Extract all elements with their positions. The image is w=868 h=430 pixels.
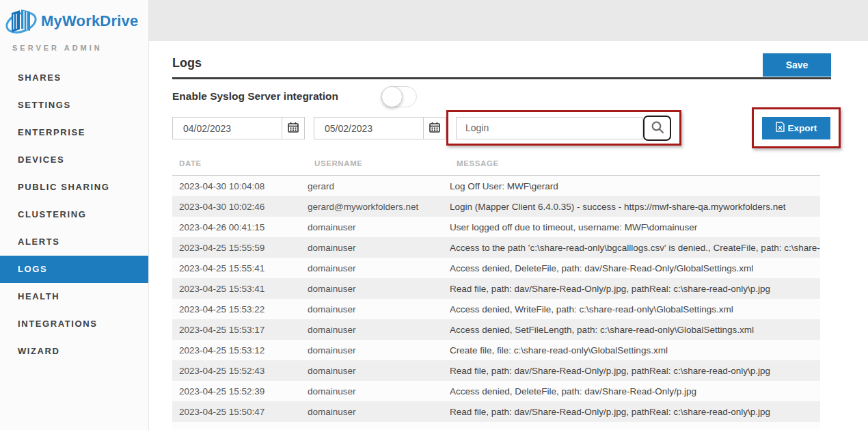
cell-username: domainuser bbox=[308, 366, 450, 376]
cell-username: domainuser bbox=[308, 325, 450, 335]
export-label: Export bbox=[788, 123, 817, 133]
sidebar-item-enterprise[interactable]: ENTERPRISE bbox=[0, 119, 148, 146]
cell-date: 2023-04-26 00:41:15 bbox=[172, 222, 308, 232]
cell-date: 2023-04-25 15:55:59 bbox=[172, 243, 308, 253]
calendar-icon bbox=[429, 122, 440, 135]
cell-username: gerard bbox=[308, 181, 450, 191]
cell-username: domainuser bbox=[308, 386, 450, 397]
sidebar-item-devices[interactable]: DEVICES bbox=[0, 146, 148, 174]
header-divider bbox=[172, 77, 831, 79]
export-annotation-box: Export bbox=[752, 107, 841, 148]
cell-message: Log Off User: MWF\gerard bbox=[450, 181, 820, 191]
sidebar-nav: SHARESSETTINGSENTERPRISEDEVICESPUBLIC SH… bbox=[0, 64, 148, 365]
export-button[interactable]: Export bbox=[762, 117, 830, 139]
brand-subtitle: SERVER ADMIN bbox=[12, 44, 148, 52]
search-button[interactable] bbox=[643, 116, 671, 141]
cell-username: gerard@myworkfolders.net bbox=[308, 202, 450, 212]
cell-date: 2023-04-25 15:53:12 bbox=[172, 345, 308, 355]
syslog-toggle[interactable] bbox=[381, 86, 417, 107]
cell-message: User logged off due to timeout, username… bbox=[450, 222, 820, 232]
table-row-partial bbox=[172, 422, 820, 430]
search-input[interactable] bbox=[456, 117, 642, 139]
myworkdrive-logo-icon bbox=[4, 4, 38, 42]
search-icon bbox=[651, 120, 664, 136]
cell-date: 2023-04-25 15:53:17 bbox=[172, 325, 308, 335]
save-button[interactable]: Save bbox=[763, 53, 831, 77]
cell-message: Access denied, SetFileLength, path: c:\s… bbox=[450, 325, 820, 335]
cell-message: Access denied, WriteFile, path: c:\share… bbox=[450, 304, 820, 314]
cell-message: Create file, file: c:\share-read-only\Gl… bbox=[450, 345, 820, 355]
logo: MyWorkDrive bbox=[0, 0, 148, 42]
column-header-message: MESSAGE bbox=[457, 159, 499, 167]
table-row: 2023-04-25 15:53:12domainuserCreate file… bbox=[172, 340, 820, 360]
column-header-date: DATE bbox=[179, 159, 202, 167]
cell-date: 2023-04-25 15:53:41 bbox=[172, 284, 308, 294]
cell-date: 2023-04-25 15:52:43 bbox=[172, 366, 308, 376]
sidebar-item-logs[interactable]: LOGS bbox=[0, 256, 148, 283]
cell-message: Access denied, DeleteFile, path: dav/Sha… bbox=[450, 263, 820, 273]
date-from-value: 04/02/2023 bbox=[173, 118, 282, 139]
excel-file-icon bbox=[776, 122, 785, 134]
cell-username: domainuser bbox=[308, 222, 450, 232]
page-title: Logs bbox=[172, 56, 202, 70]
table-row: 2023-04-25 15:55:59domainuserAccess to t… bbox=[172, 237, 820, 258]
date-to-value: 05/02/2023 bbox=[314, 118, 423, 139]
table-row: 2023-04-25 15:53:41domainuserRead file, … bbox=[172, 278, 820, 299]
cell-date: 2023-04-25 15:50:47 bbox=[172, 407, 308, 417]
cell-username: domainuser bbox=[308, 243, 450, 253]
column-header-username: USERNAME bbox=[314, 159, 363, 167]
table-row: 2023-04-25 15:50:47domainuserRead file, … bbox=[172, 401, 820, 422]
cell-date: 2023-04-25 15:53:22 bbox=[172, 304, 308, 314]
cell-username: domainuser bbox=[308, 284, 450, 294]
table-row: 2023-04-25 15:53:17domainuserAccess deni… bbox=[172, 319, 820, 340]
cell-username: domainuser bbox=[308, 304, 450, 314]
sidebar-item-public-sharing[interactable]: PUBLIC SHARING bbox=[0, 174, 148, 201]
main-content: Logs Save Enable Syslog Server integrati… bbox=[149, 41, 868, 430]
search-annotation-box bbox=[446, 110, 681, 146]
table-row: 2023-04-25 15:52:39domainuserAccess deni… bbox=[172, 381, 820, 401]
sidebar-item-clustering[interactable]: CLUSTERING bbox=[0, 201, 148, 228]
cell-date: 2023-04-30 10:02:46 bbox=[172, 202, 308, 212]
cell-message: Read file, path: dav/Share-Read-Only/p.j… bbox=[450, 284, 820, 294]
sidebar: MyWorkDrive SERVER ADMIN SHARESSETTINGSE… bbox=[0, 0, 149, 430]
date-from-input[interactable]: 04/02/2023 bbox=[172, 117, 305, 139]
sidebar-item-settings[interactable]: SETTINGS bbox=[0, 92, 148, 119]
brand-name: MyWorkDrive bbox=[41, 12, 138, 30]
date-from-calendar-button[interactable] bbox=[282, 118, 304, 139]
table-row: 2023-04-30 10:04:08gerardLog Off User: M… bbox=[172, 176, 820, 196]
sidebar-item-health[interactable]: HEALTH bbox=[0, 283, 148, 310]
cell-username: domainuser bbox=[308, 345, 450, 355]
toggle-knob bbox=[381, 86, 403, 107]
log-table: 2023-04-30 10:04:08gerardLog Off User: M… bbox=[172, 176, 820, 430]
cell-date: 2023-04-25 15:52:39 bbox=[172, 386, 308, 397]
cell-username: domainuser bbox=[308, 407, 450, 417]
cell-message: Access denied, DeleteFile, path: dav/Sha… bbox=[450, 386, 820, 397]
cell-date: 2023-04-30 10:04:08 bbox=[172, 181, 308, 191]
cell-message: Access to the path 'c:\share-read-only\b… bbox=[450, 243, 820, 253]
cell-date: 2023-04-25 15:55:41 bbox=[172, 263, 308, 273]
calendar-icon bbox=[288, 122, 299, 135]
cell-message: Read file, path: dav/Share-Read-Only/p.j… bbox=[450, 407, 820, 417]
cell-message: Login (Mapper Client 6.4.0.35) - success… bbox=[450, 202, 820, 212]
date-to-calendar-button[interactable] bbox=[423, 118, 446, 139]
table-row: 2023-04-30 10:02:46gerard@myworkfolders.… bbox=[172, 196, 820, 217]
date-to-input[interactable]: 05/02/2023 bbox=[314, 117, 446, 139]
sidebar-item-shares[interactable]: SHARES bbox=[0, 64, 148, 92]
cell-message: Read file, path: dav/Share-Read-Only/p.j… bbox=[450, 366, 820, 376]
cell-username: domainuser bbox=[308, 263, 450, 273]
sidebar-item-integrations[interactable]: INTEGRATIONS bbox=[0, 310, 148, 338]
sidebar-item-wizard[interactable]: WIZARD bbox=[0, 338, 148, 365]
syslog-integration-label: Enable Syslog Server integration bbox=[172, 90, 338, 103]
table-row: 2023-04-25 15:55:41domainuserAccess deni… bbox=[172, 258, 820, 278]
topbar bbox=[149, 0, 868, 41]
table-row: 2023-04-25 15:53:22domainuserAccess deni… bbox=[172, 299, 820, 319]
table-row: 2023-04-26 00:41:15domainuserUser logged… bbox=[172, 217, 820, 237]
table-row: 2023-04-25 15:52:43domainuserRead file, … bbox=[172, 360, 820, 381]
sidebar-item-alerts[interactable]: ALERTS bbox=[0, 228, 148, 256]
